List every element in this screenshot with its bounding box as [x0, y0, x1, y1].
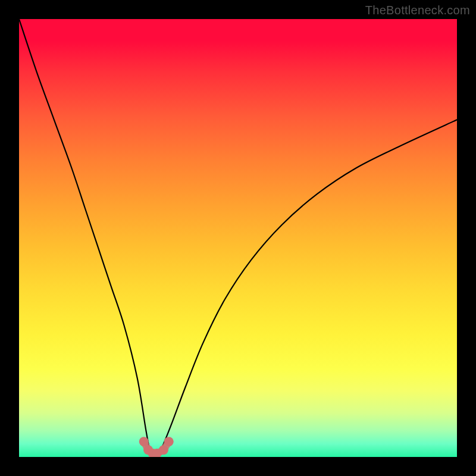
- trough-marker-dot: [139, 437, 149, 446]
- bottleneck-curve-path: [19, 19, 457, 457]
- trough-marker-dot: [159, 445, 168, 455]
- trough-marker-dot: [164, 437, 174, 446]
- plot-area: [19, 19, 457, 457]
- watermark-text: TheBottleneck.com: [365, 4, 470, 17]
- chart-frame: TheBottleneck.com: [0, 0, 476, 476]
- curve-layer: [19, 19, 457, 457]
